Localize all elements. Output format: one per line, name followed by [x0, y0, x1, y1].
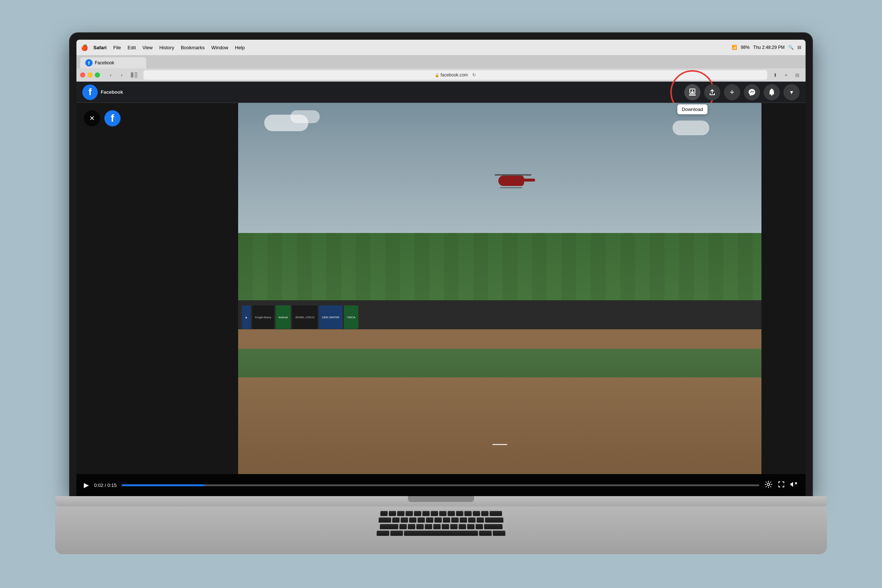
laptop: 🍎 Safari File Edit View History Bookmark… [55, 33, 827, 555]
volume-button[interactable] [790, 481, 798, 489]
back-button[interactable]: ‹ [106, 70, 116, 80]
laptop-keyboard [55, 506, 827, 554]
key [416, 524, 423, 529]
notifications-button[interactable] [764, 84, 780, 100]
wall-banner-2: Knight Barry [252, 305, 274, 329]
browser-right-tools: ⬆ + ⊟ [770, 70, 802, 80]
key [467, 524, 474, 529]
key [447, 511, 454, 516]
settings-button[interactable] [764, 480, 772, 490]
menubar-help[interactable]: Help [235, 45, 245, 50]
progress-fill [122, 484, 204, 486]
key-row-3 [376, 524, 505, 529]
messenger-button[interactable] [744, 84, 760, 100]
svg-rect-7 [689, 94, 696, 96]
wall-banner-5: 1800 WATER [319, 305, 342, 329]
video-close-button[interactable]: ✕ [84, 110, 100, 126]
key [426, 518, 433, 523]
account-dropdown-button[interactable]: ▼ [783, 84, 800, 100]
play-button[interactable]: ▶ [84, 481, 89, 489]
video-scene: ▲ Knight Barry festival JEWEL-OSCO 1800 … [238, 103, 762, 474]
key [408, 524, 415, 529]
add-button[interactable]: + [724, 84, 740, 100]
key [405, 511, 413, 516]
menubar-file[interactable]: File [113, 45, 121, 50]
key [409, 518, 416, 523]
screen: 🍎 Safari File Edit View History Bookmark… [76, 40, 806, 496]
facebook-logo: f [82, 84, 98, 100]
key [442, 524, 449, 529]
key [451, 518, 459, 523]
download-button[interactable]: Download [684, 84, 700, 100]
multiwindow-icon[interactable]: ⊟ [798, 45, 801, 50]
key [380, 511, 387, 516]
key [464, 511, 471, 516]
infield-dirt [238, 377, 762, 474]
key [390, 531, 403, 536]
fullscreen-button[interactable] [778, 481, 785, 490]
key [450, 524, 458, 529]
forward-button[interactable]: › [117, 70, 126, 80]
key [400, 518, 408, 523]
key [424, 524, 432, 529]
reader-view-button[interactable] [129, 70, 139, 80]
video-fb-logo: f [104, 110, 120, 126]
svg-rect-2 [135, 74, 138, 75]
close-window-btn[interactable] [80, 72, 85, 78]
wifi-icon: 📶 [732, 45, 737, 50]
share-button[interactable]: ⬆ [770, 70, 780, 80]
refresh-icon[interactable]: ↻ [472, 72, 476, 78]
video-player[interactable]: ▲ Knight Barry festival JEWEL-OSCO 1800 … [238, 103, 762, 474]
key [472, 511, 480, 516]
video-control-right [764, 480, 798, 490]
key [443, 518, 450, 523]
minimize-window-btn[interactable] [87, 72, 93, 78]
menubar-window[interactable]: Window [212, 45, 228, 50]
home-plate [492, 444, 507, 445]
key [485, 518, 504, 523]
keyboard-keys [376, 511, 506, 536]
key [493, 531, 506, 536]
search-icon[interactable]: 🔍 [788, 45, 794, 50]
key [460, 518, 467, 523]
wall-banner-1: ▲ [242, 305, 250, 329]
key [422, 511, 430, 516]
key [456, 511, 463, 516]
menubar-view[interactable]: View [142, 45, 153, 50]
key [468, 518, 476, 523]
tab-favicon: f [85, 59, 93, 66]
key [439, 511, 447, 516]
traffic-lights [80, 72, 100, 78]
apple-menu[interactable]: 🍎 [81, 44, 88, 51]
download-tooltip: Download [677, 104, 707, 114]
svg-rect-8 [771, 94, 772, 96]
menubar-app-name: Safari [93, 45, 106, 50]
progress-bar[interactable] [122, 484, 759, 486]
spacebar[interactable] [404, 531, 478, 536]
macos-menubar: 🍎 Safari File Edit View History Bookmark… [76, 40, 806, 55]
video-right-panel [762, 103, 806, 474]
key [417, 518, 425, 523]
menubar-history[interactable]: History [159, 45, 174, 50]
address-bar[interactable]: 🔒 facebook.com ↻ [143, 70, 767, 80]
total-time: 0:15 [107, 483, 117, 488]
share-to-button[interactable] [704, 84, 720, 100]
add-tab-button[interactable]: + [781, 70, 791, 80]
browser-tabs-row: f Facebook [76, 55, 806, 68]
menubar-items: File Edit View History Bookmarks Window … [113, 45, 245, 50]
maximize-window-btn[interactable] [95, 72, 100, 78]
sidebar-toggle-button[interactable]: ⊟ [792, 70, 802, 80]
skid-right [507, 188, 522, 188]
key [397, 511, 404, 516]
facebook-header-right: Download + [684, 84, 800, 100]
facebook-header: f Facebook [76, 82, 806, 103]
key [378, 518, 391, 523]
browser-nav-buttons: ‹ › [106, 70, 126, 80]
browser-tab-facebook[interactable]: f Facebook [80, 57, 146, 68]
key [431, 511, 438, 516]
menubar-bookmarks[interactable]: Bookmarks [181, 45, 205, 50]
heli-skids [500, 186, 522, 188]
menubar-edit[interactable]: Edit [128, 45, 136, 50]
current-time: 0:02 [94, 483, 103, 488]
video-left-panel: ✕ f [76, 103, 238, 474]
